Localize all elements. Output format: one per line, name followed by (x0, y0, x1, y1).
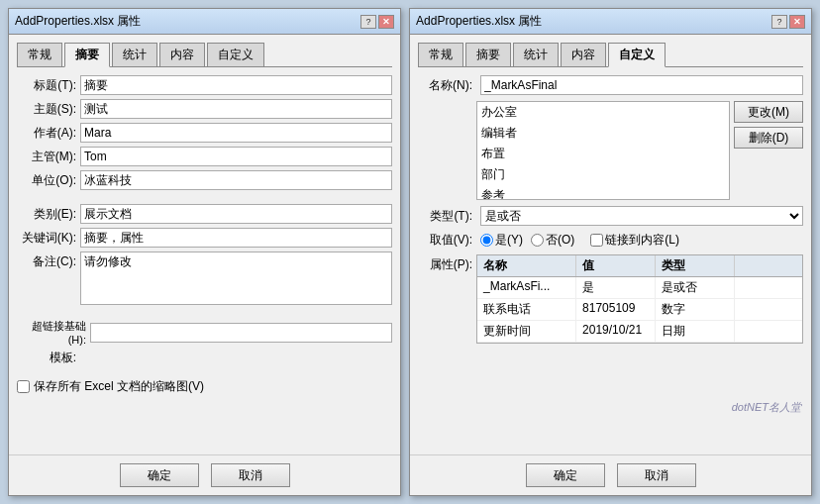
list-item[interactable]: 部门 (477, 164, 729, 185)
table-header: 名称 值 类型 (477, 255, 802, 277)
list-area: 办公室 编辑者 布置 部门 参考 打字员 更改(M) 删除(D) (418, 101, 803, 200)
type-select[interactable]: 是或否 (480, 206, 803, 226)
table-row[interactable]: 更新时间 2019/10/21 日期 (477, 321, 802, 343)
properties-area: 属性(P): 名称 值 类型 _MarkAsFi... 是 是或否 联系电话 8 (418, 254, 803, 447)
hyperlink-label: 超链接基础(H): (17, 319, 86, 346)
table-row[interactable]: _MarkAsFi... 是 是或否 (477, 277, 802, 299)
hyperlink-input[interactable] (90, 323, 392, 343)
cell-val-2: 2019/10/21 (576, 321, 656, 342)
list-item[interactable]: 参考 (477, 185, 729, 200)
company-row: 单位(O): (17, 170, 392, 190)
right-tab-general[interactable]: 常规 (418, 43, 463, 66)
radio-yes-item: 是(Y) (480, 232, 523, 249)
list-item[interactable]: 办公室 (477, 102, 729, 123)
tab-custom[interactable]: 自定义 (207, 43, 264, 66)
left-titlebar-buttons: ? ✕ (360, 15, 394, 29)
watermark: dotNET名人堂 (732, 400, 801, 415)
cell-type-0: 是或否 (656, 277, 735, 298)
right-ok-button[interactable]: 确定 (526, 463, 605, 487)
header-type: 类型 (656, 255, 735, 276)
keywords-row: 关键词(K): (17, 228, 392, 248)
radio-no-label: 否(O) (546, 232, 574, 249)
title-label: 标题(T): (17, 77, 76, 94)
thumbnail-row: 保存所有 Excel 文档的缩略图(V) (17, 378, 392, 395)
left-titlebar: AddProperties.xlsx 属性 ? ✕ (9, 9, 400, 35)
category-input[interactable] (80, 204, 392, 224)
category-row: 类别(E): (17, 204, 392, 224)
left-ok-button[interactable]: 确定 (120, 463, 199, 487)
right-help-button[interactable]: ? (771, 15, 787, 29)
preset-list[interactable]: 办公室 编辑者 布置 部门 参考 打字员 (476, 101, 730, 200)
cell-name-2: 更新时间 (477, 321, 576, 342)
radio-no[interactable] (531, 234, 544, 247)
thumbnail-label: 保存所有 Excel 文档的缩略图(V) (34, 378, 204, 395)
title-row: 标题(T): (17, 75, 392, 95)
title-input[interactable] (80, 75, 392, 95)
left-dialog: AddProperties.xlsx 属性 ? ✕ 常规 摘要 统计 内容 自定… (8, 8, 401, 496)
right-close-button[interactable]: ✕ (789, 15, 805, 29)
radio-yes[interactable] (480, 234, 493, 247)
template-label: 模板: (17, 350, 76, 366)
cell-name-1: 联系电话 (477, 299, 576, 320)
right-tab-content[interactable]: 内容 (561, 43, 606, 66)
tab-general[interactable]: 常规 (17, 43, 62, 66)
cell-name-0: _MarkAsFi... (477, 277, 576, 298)
left-tabs: 常规 摘要 统计 内容 自定义 (17, 43, 392, 67)
name-input[interactable] (480, 75, 803, 95)
cell-type-2: 日期 (656, 321, 735, 342)
notes-label: 备注(C): (17, 253, 76, 270)
custom-form: 名称(N): 办公室 编辑者 布置 部门 参考 打字员 更改(M) 删除(D) (418, 75, 803, 447)
category-label: 类别(E): (17, 206, 76, 223)
list-item[interactable]: 布置 (477, 144, 729, 164)
link-label: 链接到内容(L) (605, 232, 679, 249)
help-button[interactable]: ? (360, 15, 376, 29)
link-item: 链接到内容(L) (590, 232, 679, 249)
tab-content[interactable]: 内容 (159, 43, 205, 66)
right-tab-custom[interactable]: 自定义 (608, 43, 666, 67)
right-tab-stats[interactable]: 统计 (513, 43, 559, 66)
properties-table: 名称 值 类型 _MarkAsFi... 是 是或否 联系电话 81705109… (476, 254, 803, 344)
notes-input[interactable]: 请勿修改 (80, 252, 392, 305)
value-label: 取值(V): (418, 232, 472, 249)
right-footer: 确定 取消 (410, 454, 811, 495)
manager-input[interactable] (80, 147, 392, 166)
manager-label: 主管(M): (17, 149, 76, 165)
list-buttons: 更改(M) 删除(D) (734, 101, 803, 200)
prop-label: 属性(P): (418, 256, 472, 273)
subject-input[interactable] (80, 99, 392, 119)
right-titlebar-buttons: ? ✕ (771, 15, 805, 29)
update-button[interactable]: 更改(M) (734, 101, 803, 123)
radio-group: 是(Y) 否(O) 链接到内容(L) (480, 232, 803, 249)
author-input[interactable] (80, 123, 392, 143)
cell-val-1: 81705109 (576, 299, 656, 320)
link-checkbox[interactable] (590, 234, 603, 247)
close-button[interactable]: ✕ (378, 15, 394, 29)
subject-row: 主题(S): (17, 99, 392, 119)
left-dialog-body: 常规 摘要 统计 内容 自定义 标题(T): 主题(S): 作者(A): 主管(… (9, 35, 400, 454)
table-row[interactable]: 联系电话 81705109 数字 (477, 299, 802, 321)
keywords-input[interactable] (80, 228, 392, 248)
cell-val-0: 是 (576, 277, 656, 298)
list-item[interactable]: 编辑者 (477, 123, 729, 144)
name-label: 名称(N): (418, 77, 472, 94)
company-input[interactable] (80, 170, 392, 190)
delete-button[interactable]: 删除(D) (734, 127, 803, 149)
right-tabs: 常规 摘要 统计 内容 自定义 (418, 43, 803, 67)
manager-row: 主管(M): (17, 147, 392, 166)
hyperlink-row: 超链接基础(H): (17, 319, 392, 346)
company-label: 单位(O): (17, 172, 76, 189)
type-label: 类型(T): (418, 208, 472, 225)
left-cancel-button[interactable]: 取消 (211, 463, 290, 487)
right-cancel-button[interactable]: 取消 (617, 463, 696, 487)
radio-no-item: 否(O) (531, 232, 574, 249)
right-tab-summary[interactable]: 摘要 (465, 43, 511, 66)
subject-label: 主题(S): (17, 101, 76, 118)
tab-stats[interactable]: 统计 (112, 43, 157, 66)
name-row: 名称(N): (418, 75, 803, 95)
value-row: 取值(V): 是(Y) 否(O) 链接到内容(L) (418, 232, 803, 249)
author-label: 作者(A): (17, 125, 76, 142)
right-titlebar: AddProperties.xlsx 属性 ? ✕ (410, 9, 811, 35)
thumbnail-checkbox[interactable] (17, 380, 30, 393)
tab-summary[interactable]: 摘要 (64, 43, 110, 67)
left-footer: 确定 取消 (9, 454, 400, 495)
